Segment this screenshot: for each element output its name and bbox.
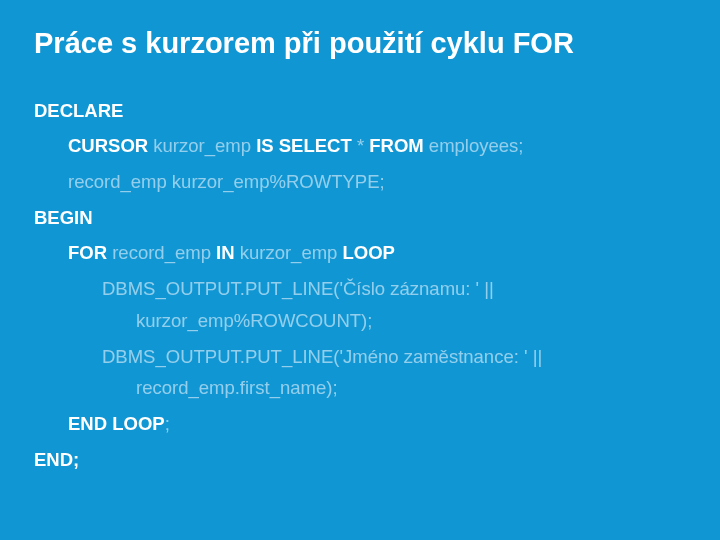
code-text: kurzor_emp — [148, 135, 256, 156]
code-line: DECLARE — [34, 97, 686, 126]
code-line: DBMS_OUTPUT.PUT_LINE('Jméno zaměstnance:… — [34, 343, 686, 372]
code-line: CURSOR kurzor_emp IS SELECT * FROM emplo… — [34, 132, 686, 161]
code-text: record_emp kurzor_emp%ROWTYPE; — [68, 171, 385, 192]
code-text: kurzor_emp — [235, 242, 343, 263]
code-text: DBMS_OUTPUT.PUT_LINE('Jméno zaměstnance:… — [102, 346, 542, 367]
slide: Práce s kurzorem při použití cyklu FOR D… — [0, 0, 720, 540]
code-line: END; — [34, 446, 686, 475]
code-text: * — [357, 135, 369, 156]
code-line: BEGIN — [34, 204, 686, 233]
code-text: record_emp.first_name); — [136, 377, 338, 398]
keyword-declare: DECLARE — [34, 100, 123, 121]
keyword-for: FOR — [68, 242, 107, 263]
code-text: ; — [165, 413, 170, 434]
code-text: employees; — [424, 135, 524, 156]
keyword-endloop: END LOOP — [68, 413, 165, 434]
keyword-select: SELECT — [274, 135, 357, 156]
code-text: DBMS_OUTPUT.PUT_LINE('Číslo záznamu: ' |… — [102, 278, 494, 299]
code-line: END LOOP; — [34, 410, 686, 439]
keyword-begin: BEGIN — [34, 207, 93, 228]
code-line: record_emp kurzor_emp%ROWTYPE; — [34, 168, 686, 197]
code-line: record_emp.first_name); — [34, 374, 686, 403]
keyword-from: FROM — [369, 135, 423, 156]
code-line: FOR record_emp IN kurzor_emp LOOP — [34, 239, 686, 268]
code-text: record_emp — [107, 242, 216, 263]
code-block: DECLARE CURSOR kurzor_emp IS SELECT * FR… — [34, 97, 686, 474]
keyword-is: IS — [256, 135, 273, 156]
slide-title: Práce s kurzorem při použití cyklu FOR — [34, 26, 686, 61]
keyword-cursor: CURSOR — [68, 135, 148, 156]
code-line: kurzor_emp%ROWCOUNT); — [34, 307, 686, 336]
keyword-in: IN — [216, 242, 235, 263]
code-text: kurzor_emp%ROWCOUNT); — [136, 310, 372, 331]
code-line: DBMS_OUTPUT.PUT_LINE('Číslo záznamu: ' |… — [34, 275, 686, 304]
keyword-loop: LOOP — [343, 242, 395, 263]
keyword-end: END; — [34, 449, 79, 470]
